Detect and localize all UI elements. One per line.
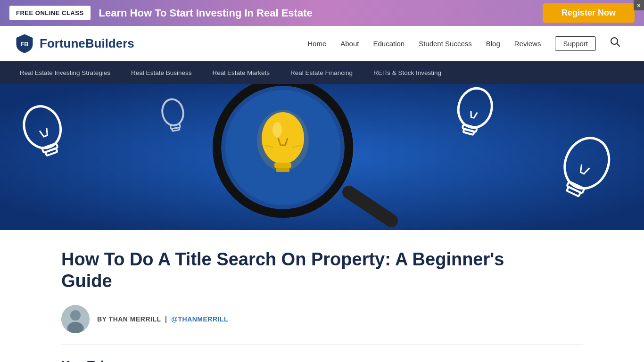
svg-rect-21 bbox=[276, 168, 289, 172]
author-row: BY THAN MERRILL | @THANMERRILL bbox=[61, 305, 583, 345]
nav-reviews[interactable]: Reviews bbox=[514, 40, 541, 48]
nav-home[interactable]: Home bbox=[307, 40, 326, 48]
author-handle[interactable]: @THANMERRILL bbox=[171, 315, 228, 323]
logo-shield-icon: FB bbox=[14, 33, 35, 54]
sub-nav: Real Estate Investing Strategies Real Es… bbox=[0, 61, 644, 84]
svg-line-2 bbox=[617, 44, 620, 47]
svg-rect-20 bbox=[274, 163, 291, 168]
svg-point-29 bbox=[70, 310, 81, 321]
nav-about[interactable]: About bbox=[340, 40, 359, 48]
subnav-real-estate-business[interactable]: Real Estate Business bbox=[121, 61, 202, 84]
subnav-reits-stock[interactable]: REITs & Stock Investing bbox=[363, 61, 452, 84]
nav-education[interactable]: Education bbox=[373, 40, 405, 48]
key-takeaways-title: Key Takeaways bbox=[61, 358, 583, 362]
nav-support[interactable]: Support bbox=[555, 36, 596, 51]
author-info: BY THAN MERRILL | @THANMERRILL bbox=[97, 315, 228, 323]
logo-text: FortuneBuilders bbox=[40, 36, 134, 51]
search-button[interactable] bbox=[610, 37, 620, 50]
banner-text: Learn How To Start Investing In Real Est… bbox=[99, 7, 543, 19]
hero-illustration bbox=[0, 84, 644, 230]
author-avatar bbox=[61, 305, 90, 333]
subnav-real-estate-markets[interactable]: Real Estate Markets bbox=[202, 61, 280, 84]
svg-point-19 bbox=[272, 122, 282, 137]
article-title: How To Do A Title Search On Property: A … bbox=[61, 249, 533, 292]
search-icon bbox=[610, 37, 620, 47]
subnav-real-estate-financing[interactable]: Real Estate Financing bbox=[280, 61, 363, 84]
main-content: How To Do A Title Search On Property: A … bbox=[0, 230, 644, 362]
author-label: BY THAN MERRILL bbox=[97, 315, 161, 323]
main-nav: Home About Education Student Success Blo… bbox=[307, 36, 620, 51]
author-avatar-image bbox=[61, 305, 90, 333]
subnav-investing-strategies[interactable]: Real Estate Investing Strategies bbox=[9, 61, 121, 84]
svg-text:FB: FB bbox=[20, 41, 28, 48]
nav-blog[interactable]: Blog bbox=[486, 40, 500, 48]
svg-point-18 bbox=[262, 112, 304, 164]
nav-student-success[interactable]: Student Success bbox=[419, 40, 472, 48]
site-header: FB FortuneBuilders Home About Education … bbox=[0, 26, 644, 61]
banner-badge: FREE ONLINE CLASS bbox=[9, 6, 91, 20]
logo-link[interactable]: FB FortuneBuilders bbox=[14, 33, 134, 54]
top-banner: FREE ONLINE CLASS Learn How To Start Inv… bbox=[0, 0, 644, 26]
close-banner-button[interactable]: × bbox=[634, 0, 644, 10]
register-now-button[interactable]: Register Now bbox=[543, 3, 635, 23]
hero-image bbox=[0, 84, 644, 230]
